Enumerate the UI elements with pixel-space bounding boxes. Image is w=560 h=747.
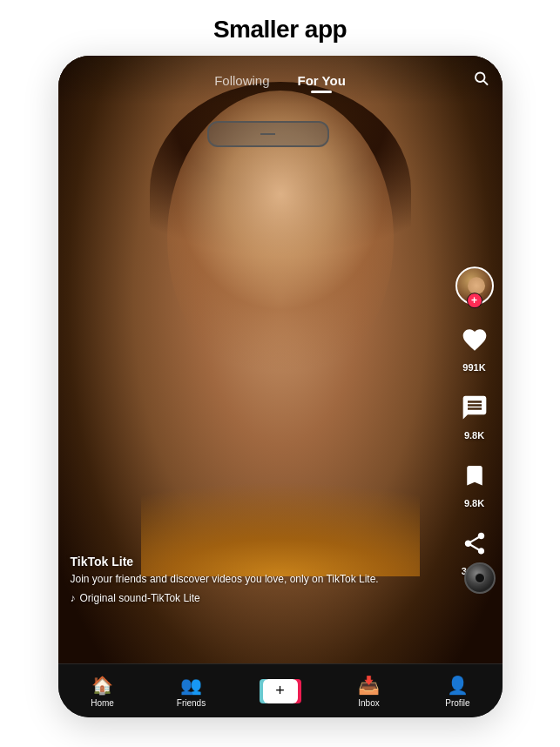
inbox-label: Inbox: [358, 698, 379, 708]
nav-friends[interactable]: 👥 Friends: [147, 675, 236, 708]
like-count: 991K: [462, 362, 485, 373]
bottom-navigation: 🏠 Home 👥 Friends + 📥 Inbox 👤 Profile: [58, 663, 503, 717]
share-icon: [462, 530, 488, 556]
video-area: Following For You +: [58, 56, 503, 663]
music-disc: [464, 562, 496, 594]
like-icon-wrap[interactable]: [455, 320, 494, 359]
music-note-icon: ♪: [71, 592, 76, 604]
sunglasses-decoration: [207, 121, 329, 147]
comment-action[interactable]: 9.8K: [455, 388, 494, 441]
add-button[interactable]: +: [263, 679, 298, 703]
save-count: 9.8K: [464, 498, 484, 508]
bookmark-icon: [462, 462, 488, 488]
search-button[interactable]: [473, 71, 489, 91]
clothing-decoration: [141, 420, 420, 576]
sound-name: Original sound-TikTok Lite: [80, 592, 200, 604]
nav-profile[interactable]: 👤 Profile: [414, 675, 503, 708]
friends-label: Friends: [177, 698, 206, 708]
profile-icon: 👤: [447, 675, 469, 696]
creator-avatar-item[interactable]: +: [455, 266, 494, 305]
sound-row: ♪ Original sound-TikTok Lite: [71, 592, 450, 604]
friends-icon: 👥: [180, 675, 202, 696]
comment-icon-wrap[interactable]: [455, 388, 494, 427]
top-navigation: Following For You: [58, 56, 503, 104]
sunglasses-frame: [207, 121, 329, 147]
phone-frame: Following For You +: [58, 56, 503, 717]
sunglasses-bridge: [260, 133, 274, 135]
page-title: Smaller app: [213, 16, 347, 44]
comment-icon: [461, 394, 489, 421]
creator-name: TikTok Lite: [71, 555, 450, 569]
svg-line-1: [483, 81, 487, 84]
inbox-icon: 📥: [358, 675, 380, 696]
tab-following[interactable]: Following: [200, 66, 283, 95]
action-bar: + 991K 9.8K: [455, 266, 494, 576]
nav-add[interactable]: +: [236, 679, 325, 703]
save-action[interactable]: 9.8K: [455, 456, 494, 508]
heart-icon: [461, 326, 489, 353]
save-icon-wrap[interactable]: [455, 456, 494, 495]
profile-label: Profile: [445, 698, 469, 708]
video-info: TikTok Lite Join your friends and discov…: [71, 555, 450, 604]
nav-inbox[interactable]: 📥 Inbox: [325, 675, 414, 708]
avatar-wrapper[interactable]: +: [455, 266, 494, 305]
add-button-inner: +: [263, 679, 298, 703]
follow-plus-badge[interactable]: +: [467, 293, 482, 308]
home-label: Home: [91, 698, 114, 708]
home-icon: 🏠: [91, 675, 113, 696]
video-caption: Join your friends and discover videos yo…: [71, 572, 450, 587]
tab-for-you[interactable]: For You: [284, 66, 360, 95]
like-action[interactable]: 991K: [455, 320, 494, 373]
comment-count: 9.8K: [464, 430, 484, 441]
nav-home[interactable]: 🏠 Home: [58, 675, 147, 708]
share-icon-wrap[interactable]: [455, 524, 494, 562]
